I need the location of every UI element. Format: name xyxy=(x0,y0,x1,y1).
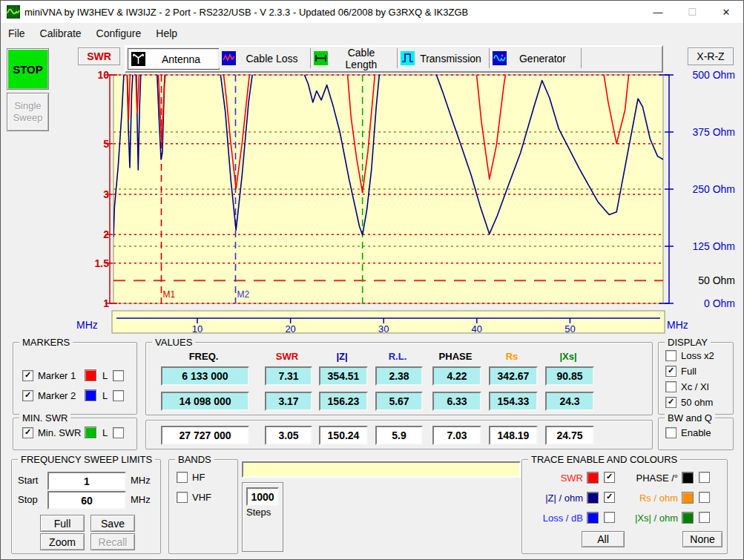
full-checkbox[interactable]: ✓ xyxy=(665,366,676,377)
marker1-color-swatch[interactable] xyxy=(85,369,96,381)
trace-phase-label: PHASE /° xyxy=(620,472,678,484)
min-swr-checkbox[interactable]: ✓ xyxy=(22,427,33,438)
close-button[interactable]: ✕ xyxy=(709,1,743,23)
tab-cable-length[interactable]: Cable Length xyxy=(311,48,398,68)
app-window: miniVNA by IW3HEV & IW3IJZ - 2 Port - RS… xyxy=(0,0,744,560)
minimize-button[interactable]: — xyxy=(641,1,675,23)
min-swr-swr-value: 3.05 xyxy=(265,426,312,445)
svg-text:10: 10 xyxy=(192,323,203,335)
trace-all-button[interactable]: All xyxy=(582,531,625,547)
marker1-checkbox[interactable]: ✓ xyxy=(22,370,33,381)
antenna-icon xyxy=(131,52,145,66)
hf-label: HF xyxy=(192,472,205,483)
tab-label: Cable Loss xyxy=(240,53,310,65)
stop-button[interactable]: STOP xyxy=(7,48,49,90)
menu-configure[interactable]: Configure xyxy=(89,24,149,42)
min-swr-xs-value: 24.75 xyxy=(545,426,594,445)
values-group-title: VALUES xyxy=(152,337,195,348)
bw-q-enable-checkbox[interactable] xyxy=(665,427,676,438)
min-swr-color-swatch[interactable] xyxy=(85,426,96,438)
ohm50-label: 50 ohm xyxy=(681,397,713,408)
maximize-button[interactable]: ☐ xyxy=(675,1,709,23)
min-swr-lock-checkbox[interactable] xyxy=(113,427,124,438)
menu-file[interactable]: File xyxy=(1,24,33,42)
window-controls: — ☐ ✕ xyxy=(641,1,743,23)
mhz-label-right: MHz xyxy=(667,319,688,331)
steps-input[interactable]: 1000 xyxy=(246,487,279,506)
trace-loss-checkbox[interactable] xyxy=(604,512,615,523)
trace-rs-label: Rs / ohm xyxy=(620,493,678,504)
recall-button[interactable]: Recall xyxy=(90,533,135,550)
trace-loss-swatch[interactable] xyxy=(587,512,599,524)
swr-axis-tick-1-5: 1.5 xyxy=(87,257,109,269)
full-label: Full xyxy=(681,366,697,377)
svg-text:M2: M2 xyxy=(237,289,250,300)
trace-colours-group-title: TRACE ENABLE AND COLOURS xyxy=(528,454,680,465)
trace-rs-swatch[interactable] xyxy=(682,492,694,504)
tab-label: Antenna xyxy=(149,53,219,65)
tab-transmission[interactable]: Transmission xyxy=(398,48,490,68)
ohm50-checkbox[interactable]: ✓ xyxy=(665,397,676,408)
swr-impedance-chart[interactable]: M1M21020304050 xyxy=(105,71,676,338)
min-swr-lock-label: L xyxy=(102,427,108,438)
single-sweep-button[interactable]: Single Sweep xyxy=(7,93,49,131)
vhf-label: VHF xyxy=(192,492,211,503)
trace-phase-checkbox[interactable] xyxy=(699,472,710,483)
save-button[interactable]: Save xyxy=(90,515,135,532)
start-unit-label: MHz xyxy=(131,475,151,486)
marker2-freq-value[interactable]: 14 098 000 xyxy=(161,392,249,411)
marker1-freq-value[interactable]: 6 133 000 xyxy=(161,366,249,386)
marker1-label: Marker 1 xyxy=(38,370,76,381)
marker2-label: Marker 2 xyxy=(38,390,76,401)
trace-xs-checkbox[interactable] xyxy=(699,512,710,523)
tab-label: Generator xyxy=(510,53,581,65)
hf-checkbox[interactable] xyxy=(177,472,188,483)
sweep-limits-group: FREQUENCY SWEEP LIMITS Start 1 MHz Stop … xyxy=(11,459,161,554)
marker2-color-swatch[interactable] xyxy=(85,389,96,401)
display-group-title: DISPLAY xyxy=(665,337,711,348)
start-frequency-input[interactable]: 1 xyxy=(47,472,126,490)
menu-help[interactable]: Help xyxy=(148,24,185,42)
trace-none-button[interactable]: None xyxy=(682,531,722,547)
xc-xl-checkbox[interactable] xyxy=(665,381,676,392)
trace-xs-swatch[interactable] xyxy=(682,512,694,524)
mode-tabstrip: Antenna Cable Loss Cable Length Transmis… xyxy=(125,45,663,73)
zoom-button[interactable]: Zoom xyxy=(40,533,85,550)
trace-rs-checkbox[interactable] xyxy=(699,492,710,503)
marker2-z-value: 156.23 xyxy=(319,392,368,411)
marker1-lock-checkbox[interactable] xyxy=(113,370,124,381)
marker2-lock-checkbox[interactable] xyxy=(113,390,124,401)
col-header-rl: R.L. xyxy=(375,351,420,362)
cable-length-icon xyxy=(314,51,328,65)
sweep-limits-group-title: FREQUENCY SWEEP LIMITS xyxy=(18,454,155,465)
sweep-progress-bar xyxy=(242,461,521,478)
tab-generator[interactable]: Generator xyxy=(490,48,582,68)
min-swr-rl-value: 5.9 xyxy=(375,426,423,445)
transmission-icon xyxy=(401,51,415,65)
marker1-swr-value: 7.31 xyxy=(265,366,312,386)
vhf-checkbox[interactable] xyxy=(177,492,188,503)
swr-axis-tick-2: 2 xyxy=(87,228,109,240)
trace-swr-swatch[interactable] xyxy=(587,472,599,484)
stop-frequency-input[interactable]: 60 xyxy=(47,491,126,510)
col-header-z: |Z| xyxy=(319,351,365,362)
trace-z-swatch[interactable] xyxy=(587,492,599,504)
trace-swr-checkbox[interactable]: ✓ xyxy=(604,472,615,483)
tab-label: Cable Length xyxy=(332,47,397,70)
display-group: DISPLAY Loss x2 ✓ Full Xc / Xl ✓ 50 ohm xyxy=(658,342,734,415)
loss-x2-checkbox[interactable] xyxy=(665,350,676,361)
start-label: Start xyxy=(18,475,38,486)
marker2-rl-value: 5.67 xyxy=(375,392,423,411)
menubar: File Calibrate Configure Help xyxy=(1,23,743,43)
trace-z-checkbox[interactable]: ✓ xyxy=(604,492,615,503)
tab-cable-loss[interactable]: Cable Loss xyxy=(219,48,311,68)
marker2-checkbox[interactable]: ✓ xyxy=(22,390,33,401)
full-sweep-button[interactable]: Full xyxy=(40,515,85,532)
bw-q-group: BW and Q Enable xyxy=(658,418,734,450)
menu-calibrate[interactable]: Calibrate xyxy=(33,24,89,42)
app-icon xyxy=(7,5,20,19)
marker2-phase-value: 6.33 xyxy=(432,392,481,411)
trace-phase-swatch[interactable] xyxy=(682,472,694,484)
markers-group-title: MARKERS xyxy=(19,337,73,348)
tab-antenna[interactable]: Antenna xyxy=(128,48,220,70)
